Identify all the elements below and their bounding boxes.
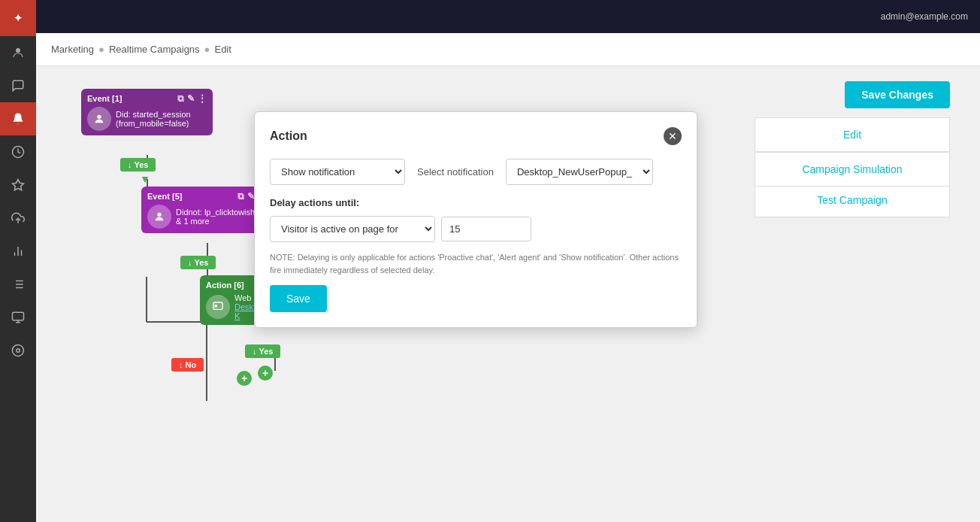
yes2-label: Yes — [195, 258, 209, 267]
no-label: No — [186, 360, 197, 369]
yes-badge-3[interactable]: ↓ Yes — [245, 344, 280, 358]
edit-button[interactable]: Edit — [755, 117, 950, 152]
yes1-label: Yes — [135, 160, 149, 169]
action6-label: Action [6] — [206, 281, 244, 290]
yes-badge-2[interactable]: ↓ Yes — [180, 256, 216, 269]
delay-note: NOTE: Delaying is only applicable for ac… — [270, 251, 682, 276]
sidebar-item-chat[interactable] — [0, 69, 36, 102]
sidebar-item-list[interactable] — [0, 268, 36, 301]
breadcrumb-edit: Edit — [214, 44, 231, 55]
test-campaign-button[interactable]: Test Campaign — [755, 187, 950, 217]
breadcrumb: Marketing ● Realtime Campaigns ● Edit — [36, 33, 980, 66]
svg-point-28 — [157, 213, 161, 217]
sidebar-item-upload[interactable] — [0, 202, 36, 235]
svg-point-27 — [97, 115, 101, 119]
event1-icon-circle — [87, 107, 111, 131]
svg-rect-15 — [13, 312, 24, 320]
flow-indicator-1: ▼ — [140, 173, 150, 185]
sidebar-item-settings[interactable] — [0, 334, 36, 367]
sidebar-item-analytics[interactable] — [0, 301, 36, 334]
notification-label: Select notification — [417, 166, 494, 178]
main-content: admin@example.com Marketing ● Realtime C… — [36, 0, 980, 522]
action-dialog-header: Action ✕ — [270, 127, 682, 145]
event1-icons: ⧉ ✎ ⋮ — [177, 93, 207, 104]
action-row: Show notification Proactive chat Alert a… — [270, 159, 682, 185]
yes-badge-1[interactable]: ↓ Yes — [120, 158, 156, 171]
event1-label: Event [1] — [87, 94, 122, 103]
logo: ✦ — [0, 0, 36, 36]
sidebar: ✦ — [0, 0, 36, 522]
sidebar-item-user[interactable] — [0, 36, 36, 69]
event1-text: Did: started_session (from_mobile=false) — [116, 110, 207, 128]
action6-icon-circle — [206, 295, 230, 319]
no-badge[interactable]: ↓ No — [171, 358, 204, 372]
delay-select[interactable]: Visitor is active on page for Time on si… — [270, 216, 435, 242]
event5-text: Didnot: lp_clicktowishlist & 1 more — [176, 208, 267, 226]
svg-point-30 — [215, 305, 217, 307]
more-icon[interactable]: ⋮ — [198, 93, 207, 104]
event-node-1[interactable]: Event [1] ⧉ ✎ ⋮ Did: started_session (fr… — [81, 89, 213, 135]
canvas-area: Save Changes Edit Campaign Simulation Te… — [36, 66, 980, 522]
plus-circle-no[interactable]: + — [237, 371, 252, 386]
edit-icon[interactable]: ✎ — [187, 93, 195, 104]
event-node-5[interactable]: Event [5] ⧉ ✎ ⋮ Didnot: lp_clicktowishli… — [141, 187, 273, 233]
action-dialog: Action ✕ Show notification Proactive cha… — [254, 111, 697, 328]
yes3-label: Yes — [259, 347, 274, 356]
delay-section: Delay actions until: Visitor is active o… — [270, 197, 682, 242]
svg-point-2 — [16, 48, 20, 53]
topbar: admin@example.com — [36, 0, 980, 33]
notification-select[interactable]: Desktop_NewUserPopup_ — [506, 159, 653, 185]
delay-value-input[interactable] — [441, 217, 531, 241]
breadcrumb-realtime[interactable]: Realtime Campaigns — [109, 44, 200, 55]
sidebar-item-chart[interactable] — [0, 235, 36, 268]
event5-icon-circle — [147, 205, 171, 229]
sidebar-item-star[interactable] — [0, 168, 36, 202]
dialog-save-button[interactable]: Save — [270, 285, 327, 312]
delay-title: Delay actions until: — [270, 197, 682, 208]
action-dialog-title: Action — [270, 129, 307, 143]
close-dialog-button[interactable]: ✕ — [664, 127, 682, 145]
topbar-user: admin@example.com — [881, 11, 968, 22]
campaign-simulation-button[interactable]: Campaign Simulation — [755, 152, 950, 187]
action-select[interactable]: Show notification Proactive chat Alert a… — [270, 159, 405, 185]
svg-marker-4 — [13, 180, 24, 190]
svg-text:✦: ✦ — [14, 12, 23, 24]
right-panel: Edit Campaign Simulation Test Campaign — [755, 117, 950, 217]
event5-label: Event [5] — [147, 192, 182, 201]
sidebar-item-history[interactable] — [0, 135, 36, 168]
copy-icon-5[interactable]: ⧉ — [237, 191, 244, 202]
sidebar-item-bell[interactable] — [0, 102, 36, 135]
svg-point-18 — [17, 349, 20, 353]
plus-circle-yes3[interactable]: + — [258, 366, 273, 381]
copy-icon[interactable]: ⧉ — [177, 93, 184, 104]
save-changes-button[interactable]: Save Changes — [845, 81, 950, 108]
breadcrumb-marketing[interactable]: Marketing — [51, 44, 94, 55]
delay-row: Visitor is active on page for Time on si… — [270, 216, 682, 242]
